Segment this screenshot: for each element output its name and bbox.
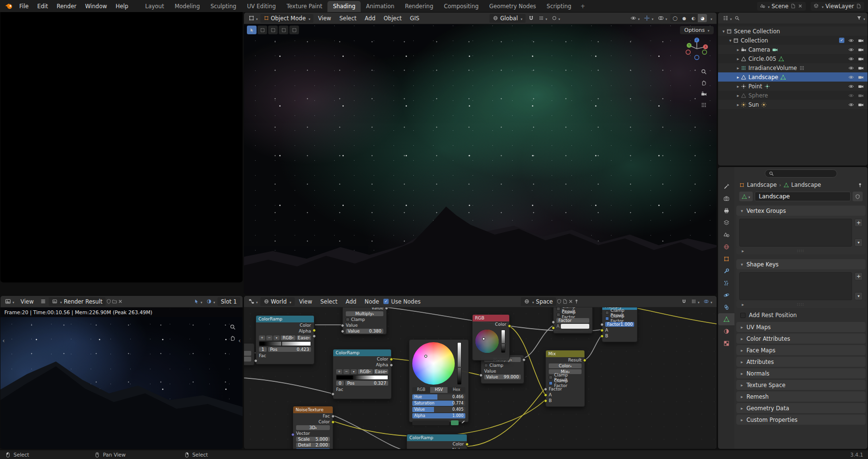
value-field[interactable]: Value99.000 (484, 375, 521, 379)
use-nodes-checkbox[interactable] (383, 299, 389, 304)
render-visibility-icon[interactable] (858, 74, 864, 80)
outliner-row-irradiancevolume[interactable]: IrradianceVolume (718, 63, 868, 72)
tab-modeling[interactable]: Modeling (169, 1, 205, 12)
breadcrumb-data[interactable]: Landscape (791, 181, 821, 188)
list-resize-grip[interactable] (797, 249, 804, 253)
snap-toggle[interactable] (679, 298, 689, 305)
eye-icon[interactable] (848, 102, 854, 108)
node-mix-2[interactable]: Clamp Result Clamp Factor Factor A (553, 307, 593, 334)
data-browse-button[interactable] (739, 192, 753, 201)
props-tab-constraints[interactable] (718, 301, 734, 313)
hue-slider[interactable]: Hue0.466 (412, 394, 465, 400)
socket-factor-in[interactable] (600, 323, 604, 326)
editor-type-button[interactable] (246, 14, 260, 23)
add-shape-key-button[interactable] (854, 272, 863, 280)
value-field[interactable] (244, 351, 251, 356)
ramp-delete-button[interactable] (266, 335, 272, 340)
socket-fac-out[interactable] (331, 415, 335, 418)
node-header[interactable]: ColorRamp (256, 316, 314, 322)
props-tab-material[interactable] (718, 325, 734, 337)
overlay-dropdown[interactable] (204, 297, 217, 306)
eye-icon[interactable] (848, 83, 854, 89)
clamp-result-checkbox[interactable] (549, 376, 553, 379)
socket-alpha-out[interactable] (465, 448, 469, 449)
panel-face-maps[interactable]: Face Maps (736, 345, 866, 355)
node-header[interactable]: ColorRamp (333, 349, 391, 356)
color-wheel[interactable] (475, 330, 499, 353)
panel-color-attributes[interactable]: Color Attributes (736, 334, 866, 344)
props-tab-tool[interactable] (718, 181, 734, 193)
expand-icon[interactable] (735, 93, 741, 98)
socket-result-out[interactable] (583, 359, 586, 362)
node-noise-texture[interactable]: NoiseTexture Fac Color 3D Vector Scale5.… (293, 406, 333, 449)
visibility-dropdown[interactable] (628, 14, 642, 23)
gizmo-dropdown[interactable] (642, 14, 655, 23)
expand-icon[interactable] (728, 38, 733, 43)
socket-color-out[interactable] (465, 443, 469, 446)
socket-a-in[interactable] (544, 393, 547, 397)
menu-edit[interactable]: Edit (33, 1, 52, 11)
menu-select[interactable]: Select (316, 297, 341, 306)
outliner-row-circle-005[interactable]: Circle.005 (718, 54, 868, 63)
socket-color-out[interactable] (390, 358, 393, 361)
collection-checkbox[interactable] (839, 38, 844, 43)
clamp-result-checkbox[interactable] (605, 311, 609, 315)
node-header[interactable]: Mix (546, 350, 584, 357)
select-mode-new-button[interactable] (258, 26, 267, 34)
panel-texture-space[interactable]: Texture Space (736, 380, 866, 390)
props-tab-texture[interactable] (718, 337, 734, 349)
eye-closed-icon[interactable] (848, 93, 854, 98)
menu-select[interactable]: Select (336, 14, 360, 23)
ramp-gradient[interactable] (259, 341, 311, 346)
fake-user-button[interactable] (853, 192, 863, 201)
menu-view[interactable]: View (295, 297, 316, 306)
value-slider-row[interactable]: Value0.405 (412, 407, 465, 412)
ortho-grid-icon[interactable] (701, 102, 707, 108)
add-workspace-button[interactable]: + (577, 1, 589, 12)
color-wheel[interactable] (412, 342, 455, 385)
socket-b-in[interactable] (544, 399, 547, 403)
socket-factor-in[interactable] (544, 388, 547, 391)
shading-wireframe-button[interactable]: ◯ (670, 14, 679, 22)
ramp-delete-button[interactable] (343, 369, 350, 374)
socket-color-out[interactable] (331, 420, 335, 424)
proportional-edit-toggle[interactable] (550, 14, 562, 23)
new-viewlayer-icon[interactable] (856, 3, 861, 9)
panel-normals[interactable]: Normals (736, 368, 866, 378)
render-visibility-icon[interactable] (858, 56, 864, 62)
socket-fac-in[interactable] (331, 392, 335, 396)
eye-icon[interactable] (848, 56, 854, 62)
panel-custom-properties[interactable]: Custom Properties (736, 415, 866, 425)
panel-header-vertex-groups[interactable]: Vertex Groups (736, 206, 866, 216)
render-visibility-icon[interactable] (858, 83, 864, 89)
tab-sculpting[interactable]: Sculpting (205, 1, 242, 12)
new-world-icon[interactable] (562, 299, 568, 304)
alpha-slider[interactable]: Alpha1.000 (412, 413, 465, 418)
props-tab-object[interactable] (718, 253, 734, 265)
shading-rendered-button[interactable]: ◕ (698, 14, 707, 22)
snap-settings-dropdown[interactable] (537, 14, 549, 23)
unlink-world-icon[interactable] (568, 299, 573, 304)
tab-layout[interactable]: Layout (140, 1, 169, 12)
socket-alpha-out[interactable] (312, 334, 316, 338)
region-toggle-right-icon[interactable] (238, 337, 241, 344)
tab-hsv[interactable]: HSV (430, 387, 448, 393)
world-datablock-selector[interactable]: Space (521, 297, 556, 306)
pin-icon[interactable] (857, 182, 863, 188)
viewlayer-selector[interactable]: ViewLayer (811, 2, 864, 11)
expand-icon[interactable] (735, 47, 741, 52)
expand-icon[interactable] (735, 56, 741, 61)
tab-texture-paint[interactable]: Texture Paint (281, 1, 327, 12)
zoom-icon[interactable] (701, 69, 707, 75)
snap-settings-dropdown[interactable] (689, 297, 702, 306)
editor-type-button[interactable] (3, 297, 16, 306)
menu-gis[interactable]: GIS (406, 14, 423, 23)
props-tab-viewlayer[interactable] (718, 217, 734, 229)
menu-window[interactable]: Window (81, 1, 110, 11)
props-tab-modifiers[interactable] (718, 265, 734, 277)
socket-vector-in[interactable] (291, 433, 295, 436)
value-field[interactable] (244, 357, 251, 362)
clamp-factor-checkbox[interactable] (549, 381, 553, 385)
render-visibility-icon[interactable] (858, 38, 864, 43)
menu-render[interactable]: Render (53, 1, 81, 11)
